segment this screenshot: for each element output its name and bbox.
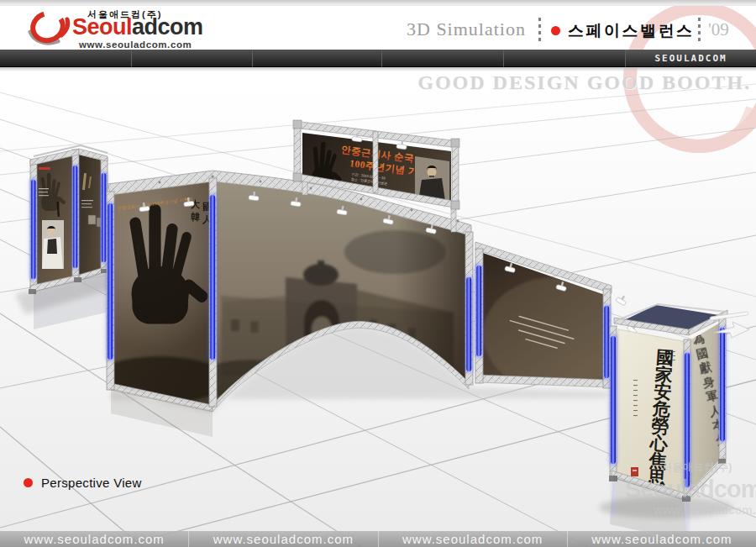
project-name: 스페이스밸런스 — [568, 20, 695, 42]
nav-segment-2 — [131, 50, 252, 67]
dotted-divider — [698, 18, 701, 45]
nav-segment-4 — [381, 50, 503, 67]
left-tower — [29, 145, 108, 294]
nav-segment-1 — [0, 50, 131, 67]
brand-wordmark: Seouladcom — [72, 14, 203, 40]
watermark-brand: Seouladcom — [625, 476, 756, 502]
seouladcom-logo-icon — [22, 8, 76, 47]
red-bullet-icon — [24, 478, 33, 487]
logo-url: www.seouladcom.com — [79, 39, 192, 50]
watermark-korean: 서울애드컴(주) — [661, 461, 732, 473]
footer-url: www.seouladcom.com — [188, 531, 377, 547]
top-strip — [0, 0, 756, 6]
brand-red-part: Seoul — [72, 14, 132, 39]
view-label-text: Perspective View — [41, 476, 142, 490]
page-title: 3D Simulation — [407, 18, 526, 40]
red-bullet-icon — [551, 26, 560, 35]
footer-url: www.seouladcom.com — [378, 531, 567, 547]
brand-dark-part: adcom — [132, 14, 203, 39]
nav-brand-label: SEOULADCOM — [625, 50, 756, 67]
year-label: '09 — [708, 19, 729, 40]
watermark-domain: www.seouladcom.com — [653, 503, 756, 517]
nav-segment-3 — [252, 50, 382, 67]
dotted-divider — [538, 18, 541, 45]
footer-url: www.seouladcom.com — [0, 531, 188, 547]
portrait-photo — [42, 220, 64, 269]
presentation-page: 안중근의사 순국 100주년기념 기획전 大韓 國人 — [0, 0, 756, 547]
footer-bar: www.seouladcom.com www.seouladcom.com ww… — [0, 531, 756, 547]
nav-segment-5 — [503, 50, 625, 67]
view-label: Perspective View — [24, 476, 142, 490]
footer-url: www.seouladcom.com — [567, 531, 756, 547]
tagline: GOOD DESIGN GOOD BOOTH. — [417, 71, 751, 94]
nav-bar: SEOULADCOM — [0, 50, 756, 67]
